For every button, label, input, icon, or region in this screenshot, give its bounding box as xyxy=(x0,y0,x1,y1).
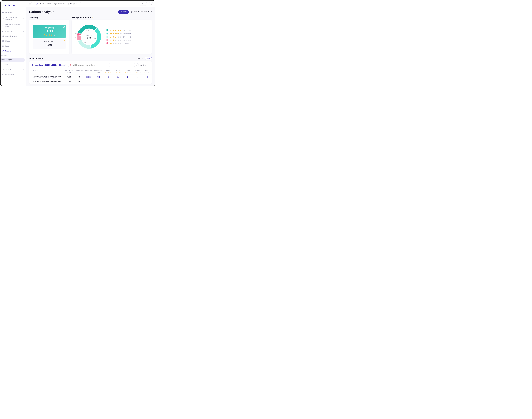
svg-rect-24 xyxy=(131,11,133,13)
col-header-1: Average rating in total xyxy=(64,69,74,75)
sidebar-subitem-ratings-analysis[interactable]: Ratings analysis xyxy=(0,58,25,62)
sidebar-item-reviews[interactable]: Reviews xyxy=(0,49,26,53)
storefront-icon xyxy=(73,3,75,5)
swap-icon xyxy=(2,35,4,37)
donut-label-4: 36% xyxy=(94,38,96,39)
sidebar-item-photos[interactable]: Photos xyxy=(0,39,26,43)
donut-segment-2[interactable] xyxy=(77,35,81,41)
gear-icon xyxy=(2,68,4,70)
location-search[interactable] xyxy=(68,63,110,67)
star-icon xyxy=(112,39,114,41)
date-range-picker[interactable]: 2022-04-26 ~ 2022-05-25 xyxy=(131,11,152,13)
page-title: Ratings analysis xyxy=(29,10,54,14)
locations-table: LocationAverage rating in totalRatings i… xyxy=(32,69,152,84)
locations-heading: Locations data xyxy=(29,57,43,59)
search-pin-icon xyxy=(2,73,4,75)
star-icon xyxy=(127,71,128,73)
info-icon[interactable]: i xyxy=(63,40,65,41)
average-rating-stars xyxy=(36,34,63,36)
sidebar-item-external-changes[interactable]: External changes xyxy=(0,34,26,39)
legend-row-1-stars: (9 reviews) xyxy=(106,42,132,44)
col-header-3: Average rating xyxy=(84,69,93,75)
star-icon xyxy=(110,42,112,44)
store-selector[interactable]: "Athlete" sportswear & equipment store (… xyxy=(34,2,81,6)
col-header-7: Ratings xyxy=(123,69,133,75)
cell-3 xyxy=(84,80,93,84)
svg-rect-1 xyxy=(3,12,3,13)
legend-swatch xyxy=(106,33,108,34)
star-icon xyxy=(110,36,112,38)
hamburger-icon xyxy=(29,3,31,5)
star-icon xyxy=(138,71,139,73)
profile-button[interactable] xyxy=(149,2,153,6)
chevron-down-icon xyxy=(23,18,24,19)
language-selector[interactable]: EN xyxy=(139,2,147,6)
svg-line-29 xyxy=(71,65,71,66)
legend-swatch xyxy=(106,36,108,38)
chevron-down-icon xyxy=(23,35,24,37)
table-row[interactable]: "Athlete" sportswear & equipment store3.… xyxy=(32,80,152,84)
location-search-input[interactable] xyxy=(73,64,108,66)
donut-segment-3[interactable] xyxy=(78,40,91,49)
sidebar-item-team[interactable]: Team xyxy=(0,62,26,67)
page-head: Ratings analysis Filter 2022-04-26 ~ 202… xyxy=(29,10,152,14)
chevron-right-icon[interactable] xyxy=(147,64,149,66)
filter-button[interactable]: Filter xyxy=(118,10,129,14)
cell-2: 189 xyxy=(74,80,84,84)
svg-point-22 xyxy=(151,3,151,4)
sidebar-item-locations[interactable]: Locations xyxy=(0,29,26,34)
image-icon xyxy=(2,40,4,42)
distribution-heading: Ratings distribution xyxy=(72,16,91,19)
star-icon xyxy=(48,34,50,36)
star-icon xyxy=(115,39,117,41)
cell-8: 3 xyxy=(133,75,143,80)
star-icon xyxy=(129,71,130,73)
svg-point-7 xyxy=(3,31,3,31)
star-icon xyxy=(108,71,109,73)
cell-6: 5 xyxy=(113,75,123,80)
menu-toggle-button[interactable] xyxy=(28,2,32,6)
sidebar-item-posts[interactable]: Posts xyxy=(0,44,26,49)
star-icon xyxy=(120,36,122,38)
star-icon xyxy=(115,33,117,35)
legend-row-4-stars: (103 reviews) xyxy=(106,33,132,35)
star-icon xyxy=(148,71,149,73)
legend-row-5-stars: (88 reviews) xyxy=(106,29,132,31)
legend-row-2-stars: (23 reviews) xyxy=(106,39,132,41)
star-icon xyxy=(117,36,119,38)
info-icon[interactable]: i xyxy=(92,17,93,18)
sidebar-item-dashboard[interactable]: Dashboard xyxy=(0,10,26,15)
svg-point-16 xyxy=(3,69,3,69)
cell-7 xyxy=(123,80,133,84)
star-icon xyxy=(120,33,122,35)
donut-label-5: 30.8% xyxy=(86,29,89,31)
chevron-left-icon[interactable] xyxy=(131,64,132,66)
distribution-legend: (88 reviews) (103 reviews) (63 reviews) … xyxy=(106,29,132,44)
info-icon[interactable]: i xyxy=(63,26,65,28)
cell-1: 3.88 xyxy=(64,80,74,84)
donut-chart: All ratings 286 30.8%36%22%8%3.1% xyxy=(76,24,102,50)
svg-point-6 xyxy=(3,25,3,25)
star-icon xyxy=(115,71,116,73)
svg-point-4 xyxy=(3,18,3,19)
svg-point-28 xyxy=(70,65,71,66)
filter-icon xyxy=(120,11,122,13)
col-header-5: Ratings xyxy=(103,69,113,75)
sidebar-item-rank-monitoring[interactable]: Google Maps rank monitoring xyxy=(0,15,26,22)
sidebar-subitem-reviews-list[interactable]: Reviews list xyxy=(0,53,26,58)
sidebar-item-store-locator[interactable]: Store Locator xyxy=(0,72,26,77)
sidebar-item-settings[interactable]: Settings xyxy=(0,67,26,72)
star-icon xyxy=(136,71,137,73)
cell-5: 3 xyxy=(103,75,113,80)
table-row[interactable]: "Athlete" sportswear & equipment storeul… xyxy=(32,75,152,80)
storefront-icon xyxy=(67,3,69,5)
col-header-8: Ratings xyxy=(133,69,143,75)
sidebar-item-user-actions[interactable]: User actions in Google Maps xyxy=(0,22,26,29)
export-csv-button[interactable]: CSV xyxy=(145,57,152,60)
star-icon xyxy=(119,71,120,73)
star-icon xyxy=(115,29,117,31)
distribution-card: All ratings 286 30.8%36%22%8%3.1% (88 re… xyxy=(72,20,152,54)
star-icon xyxy=(120,42,122,44)
star-icon xyxy=(43,34,45,36)
topbar: "Athlete" sportswear & equipment store (… xyxy=(26,0,155,7)
